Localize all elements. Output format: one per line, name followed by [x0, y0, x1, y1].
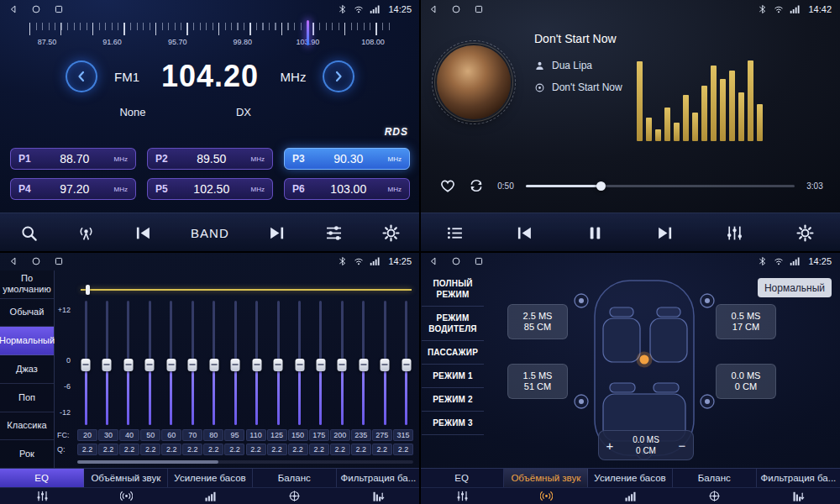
q-value[interactable]: 2.2 — [77, 444, 97, 455]
band-slider[interactable] — [187, 301, 197, 425]
preset-button[interactable]: P1 88.70 MHz — [10, 148, 136, 170]
frequency-ruler[interactable]: 87.5091.6095.7099.80103.90108.00 — [0, 20, 420, 52]
band-knob[interactable] — [145, 359, 155, 371]
seek-down-button[interactable] — [66, 60, 97, 92]
band-knob[interactable] — [252, 359, 261, 371]
back-icon[interactable] — [428, 256, 438, 266]
band-slider[interactable] — [359, 301, 369, 425]
fc-value[interactable]: 40 — [119, 429, 139, 441]
fc-value[interactable]: 200 — [330, 429, 350, 441]
q-value[interactable]: 2.2 — [224, 444, 244, 455]
back-icon[interactable] — [8, 256, 18, 266]
band-slider[interactable] — [102, 301, 112, 425]
band-knob[interactable] — [359, 359, 368, 371]
band-slider[interactable] — [273, 301, 283, 425]
q-value[interactable]: 2.2 — [309, 444, 329, 455]
home-icon[interactable] — [451, 256, 461, 266]
q-value[interactable]: 2.2 — [267, 444, 287, 455]
settings-button[interactable] — [790, 218, 819, 247]
fc-value[interactable]: 110 — [246, 429, 266, 441]
band-slider[interactable] — [209, 301, 219, 425]
surround-tab-icon[interactable] — [84, 490, 168, 502]
fc-value[interactable]: 95 — [224, 429, 244, 441]
band-slider[interactable] — [144, 301, 155, 425]
listening-mode-button[interactable]: РЕЖИМ 2 — [422, 388, 484, 412]
eq-preset-item[interactable]: По умолчанию — [0, 270, 54, 299]
sound-tab[interactable]: Усиление басов — [168, 469, 252, 487]
next-track-button[interactable] — [651, 218, 680, 247]
search-button[interactable] — [14, 218, 43, 247]
q-value[interactable]: 2.2 — [203, 444, 223, 455]
eq-tab-icon[interactable] — [420, 490, 504, 502]
sound-tab[interactable]: Усиление басов — [588, 469, 672, 487]
playlist-button[interactable] — [441, 218, 470, 247]
scan-button[interactable] — [71, 218, 100, 247]
progress-bar[interactable] — [526, 185, 795, 187]
audio-settings-button[interactable] — [320, 218, 349, 247]
q-value[interactable]: 2.2 — [140, 444, 160, 455]
eq-preset-item[interactable]: Обычай — [0, 299, 54, 328]
q-value[interactable]: 2.2 — [246, 444, 266, 455]
band-knob[interactable] — [166, 359, 176, 371]
home-icon[interactable] — [31, 4, 41, 14]
home-icon[interactable] — [31, 256, 41, 266]
sound-tab[interactable]: Фильтрация ба... — [757, 469, 840, 487]
home-icon[interactable] — [451, 4, 461, 14]
q-value[interactable]: 2.2 — [119, 444, 139, 455]
band-knob[interactable] — [274, 359, 283, 371]
bass-boost-tab-icon[interactable] — [168, 490, 252, 502]
prev-track-button[interactable] — [511, 218, 539, 247]
band-knob[interactable] — [402, 359, 411, 371]
balance-tab-icon[interactable] — [252, 490, 336, 502]
listening-mode-button[interactable]: ПОЛНЫЙ РЕЖИМ — [422, 272, 484, 307]
sound-tab[interactable]: Объёмный звук — [504, 469, 588, 487]
recents-icon[interactable] — [54, 4, 64, 14]
master-level-slider[interactable] — [81, 289, 412, 291]
fc-value[interactable]: 60 — [161, 429, 181, 441]
filter-tab-icon[interactable] — [756, 490, 840, 502]
fc-value[interactable]: 70 — [182, 429, 202, 441]
q-value[interactable]: 2.2 — [393, 444, 413, 455]
listening-mode-button[interactable]: РЕЖИМ 1 — [422, 365, 484, 388]
delay-rear-right[interactable]: 0.0 MS 0 CM — [716, 364, 776, 399]
band-knob[interactable] — [338, 359, 347, 371]
band-slider[interactable] — [230, 301, 240, 425]
repeat-button[interactable] — [467, 176, 486, 195]
fc-value[interactable]: 175 — [309, 429, 329, 441]
sound-tab[interactable]: EQ — [420, 469, 504, 487]
seek-up-button[interactable] — [323, 60, 354, 92]
band-slider[interactable] — [380, 301, 390, 425]
listening-mode-button[interactable]: ПАССАЖИР — [422, 341, 484, 365]
delay-increase-button[interactable]: + — [599, 431, 621, 459]
band-knob[interactable] — [209, 359, 218, 371]
q-value[interactable]: 2.2 — [182, 444, 202, 455]
q-value[interactable]: 2.2 — [161, 444, 181, 455]
fc-value[interactable]: 20 — [77, 429, 97, 441]
preset-button[interactable]: P4 97.20 MHz — [10, 178, 136, 200]
band-slider[interactable] — [123, 301, 134, 425]
band-knob[interactable] — [123, 359, 133, 371]
delay-decrease-button[interactable]: − — [671, 431, 693, 459]
band-knob[interactable] — [188, 359, 197, 371]
preset-button[interactable]: P3 90.30 MHz — [284, 148, 410, 170]
q-value[interactable]: 2.2 — [288, 444, 308, 455]
bass-boost-tab-icon[interactable] — [588, 490, 672, 502]
preset-button[interactable]: P6 103.00 MHz — [284, 178, 410, 200]
delay-rear-left[interactable]: 1.5 MS 51 CM — [507, 364, 568, 399]
eq-preset-item[interactable]: Рок — [0, 440, 54, 469]
band-knob[interactable] — [316, 359, 325, 371]
sound-tab[interactable]: Баланс — [673, 469, 757, 487]
band-scrollbar[interactable] — [77, 460, 413, 464]
sound-tab[interactable]: Баланс — [253, 469, 337, 487]
fc-value[interactable]: 30 — [98, 429, 118, 441]
surround-tab-icon[interactable] — [504, 490, 588, 502]
band-slider[interactable] — [402, 301, 412, 425]
preset-button[interactable]: P5 102.50 MHz — [147, 178, 273, 200]
fc-value[interactable]: 275 — [372, 429, 392, 441]
eq-preset-item[interactable]: Джаз — [0, 355, 54, 384]
recents-icon[interactable] — [54, 256, 64, 266]
fc-value[interactable]: 80 — [203, 429, 223, 441]
band-button[interactable]: BAND — [186, 225, 234, 241]
sound-tab[interactable]: Объёмный звук — [84, 469, 168, 487]
q-value[interactable]: 2.2 — [372, 444, 392, 455]
